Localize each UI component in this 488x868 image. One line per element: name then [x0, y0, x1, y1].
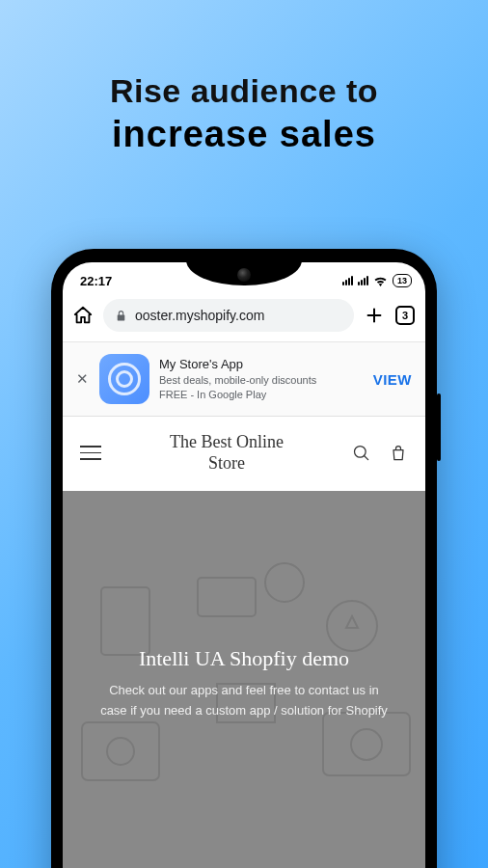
- phone-screen: 22:17 13 ooster.m: [63, 262, 425, 868]
- wifi-icon: [373, 275, 388, 286]
- status-time: 22:17: [80, 274, 112, 288]
- url-bar[interactable]: ooster.myshopify.com: [103, 299, 354, 332]
- store-title-line1: The Best Online: [170, 432, 284, 453]
- svg-point-2: [107, 738, 134, 765]
- svg-rect-5: [198, 578, 256, 616]
- store-actions: [352, 444, 408, 463]
- store-title: The Best Online Store: [170, 432, 284, 474]
- hero-section: Intelli UA Shopfiy demo Check out our ap…: [63, 491, 425, 868]
- tab-count: 3: [402, 310, 408, 321]
- headline-line-1: Rise audience to: [0, 72, 488, 110]
- menu-icon[interactable]: [80, 446, 101, 460]
- signal-icon-2: [358, 276, 368, 285]
- browser-toolbar: ooster.myshopify.com 3: [63, 295, 425, 342]
- app-install-banner: ✕ My Store's App Best deals, mobile-only…: [63, 342, 425, 417]
- tabs-button[interactable]: 3: [394, 305, 416, 326]
- hero-bg-image: [63, 491, 425, 868]
- new-tab-icon[interactable]: [364, 305, 385, 326]
- headline-line-2: increase sales: [0, 114, 488, 155]
- svg-rect-1: [82, 722, 159, 780]
- install-title: My Store's App: [159, 356, 364, 373]
- home-icon[interactable]: [72, 305, 94, 326]
- promo-headline: Rise audience to increase sales: [0, 0, 488, 184]
- install-meta: FREE - In Google Play: [159, 388, 364, 402]
- svg-point-6: [327, 601, 377, 651]
- phone-mockup: 22:17 13 ooster.m: [51, 249, 437, 868]
- hero-subtitle: Check out our apps and feel free to cont…: [99, 681, 389, 721]
- svg-point-8: [265, 563, 304, 602]
- svg-point-4: [351, 729, 382, 760]
- url-text: ooster.myshopify.com: [135, 308, 264, 323]
- battery-level: 13: [397, 276, 407, 285]
- bag-icon[interactable]: [389, 444, 408, 463]
- close-icon[interactable]: ✕: [76, 370, 90, 388]
- status-right: 13: [342, 274, 412, 287]
- lock-icon: [115, 310, 127, 322]
- search-icon[interactable]: [352, 444, 371, 463]
- app-icon: [99, 354, 149, 404]
- phone-side-button: [437, 393, 441, 461]
- install-subtitle: Best deals, mobile-only discounts: [159, 373, 364, 388]
- battery-icon: 13: [393, 274, 412, 287]
- svg-rect-3: [323, 713, 410, 775]
- phone-frame: 22:17 13 ooster.m: [51, 249, 437, 868]
- svg-rect-7: [101, 587, 149, 655]
- phone-camera: [237, 268, 251, 282]
- store-header: The Best Online Store: [63, 417, 425, 491]
- signal-icon: [342, 276, 353, 285]
- install-text: My Store's App Best deals, mobile-only d…: [159, 356, 364, 401]
- store-title-line2: Store: [170, 453, 284, 475]
- view-button[interactable]: VIEW: [373, 371, 412, 388]
- hero-title: Intelli UA Shopfiy demo: [139, 646, 349, 671]
